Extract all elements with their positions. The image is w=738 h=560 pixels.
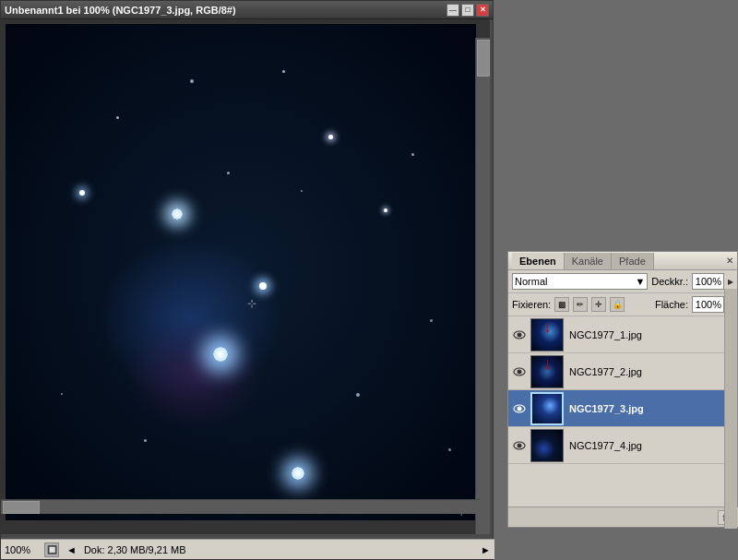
layer-item-active[interactable]: NGC1977_3.jpg ← [508, 390, 737, 427]
tab-kanaele[interactable]: Kanäle [565, 253, 612, 269]
tab-ebenen[interactable]: Ebenen [512, 253, 565, 269]
layer-item[interactable]: NGC1977_4.jpg [508, 427, 737, 464]
fix-lock-icon[interactable]: 🔒 [610, 297, 625, 312]
layers-panel-header: Ebenen Kanäle Pfade ✕ [508, 252, 737, 270]
layer-thumb-4 [530, 429, 564, 462]
blend-mode-row: Normal ▼ Deckkr.: 100% ▶ [508, 270, 737, 293]
maximize-button[interactable]: □ [461, 4, 474, 17]
area-label: Fläche: [655, 299, 688, 310]
zoom-level: 100% [5, 544, 37, 555]
svg-point-1 [518, 332, 522, 337]
layer-name-2: NGC1977_2.jpg [569, 366, 642, 377]
status-bar: 100% 🔲 ◄ Dok: 2,30 MB/9,21 MB ► [1, 539, 494, 559]
canvas-area: ⊹ © Stefan Seip [1, 19, 490, 534]
red-arrow-1: ↓ [543, 318, 552, 335]
layer-name-4: NGC1977_4.jpg [569, 440, 642, 451]
title-bar-buttons: — □ ✕ [446, 4, 489, 17]
layer-list: ↓ NGC1977_1.jpg ↓ NGC1977_2.jpg [508, 316, 737, 518]
blend-mode-dropdown[interactable]: Normal ▼ [512, 273, 648, 290]
right-panel-background [507, 0, 738, 251]
layer-thumb-3 [530, 392, 564, 425]
layer-item[interactable]: ↓ NGC1977_2.jpg [508, 353, 737, 390]
opacity-field[interactable]: 100% [692, 273, 724, 290]
opacity-arrow[interactable]: ▶ [728, 278, 733, 286]
vertical-scroll-thumb[interactable] [477, 40, 490, 77]
eye-icon-4[interactable] [512, 438, 527, 453]
eye-icon-2[interactable] [512, 364, 527, 379]
area-field[interactable]: 100% [692, 296, 724, 313]
svg-point-3 [518, 369, 522, 374]
horizontal-scroll-thumb[interactable] [3, 501, 40, 514]
fix-row: Fixieren: ▩ ✏ ✛ 🔒 Fläche: 100% ▶ [508, 293, 737, 316]
title-bar: Unbenannt1 bei 100% (NGC1977_3.jpg, RGB/… [1, 1, 493, 19]
blend-mode-arrow: ▼ [635, 276, 645, 287]
layer-name-1: NGC1977_1.jpg [569, 329, 642, 340]
layer-item[interactable]: ↓ NGC1977_1.jpg [508, 316, 737, 353]
nav-left[interactable]: ◄ [66, 544, 77, 555]
canvas-image[interactable]: ⊹ © Stefan Seip [6, 24, 476, 520]
layer-name-3: NGC1977_3.jpg [569, 403, 644, 414]
panel-scrollbar[interactable] [724, 289, 737, 529]
red-arrow-2: ↓ [543, 355, 552, 372]
vertical-scrollbar[interactable] [475, 38, 490, 534]
close-button[interactable]: ✕ [476, 4, 489, 17]
opacity-label: Deckkr.: [651, 276, 688, 287]
layers-tabs: Ebenen Kanäle Pfade [512, 253, 654, 269]
fix-label: Fixieren: [512, 299, 551, 310]
main-window: Unbenannt1 bei 100% (NGC1977_3.jpg, RGB/… [0, 0, 494, 560]
svg-point-5 [518, 406, 522, 411]
nav-right[interactable]: ► [481, 544, 491, 555]
nav-icon[interactable]: 🔲 [44, 542, 59, 557]
eye-icon-3[interactable] [512, 401, 527, 416]
eye-icon-1[interactable] [512, 328, 527, 342]
tab-pfade[interactable]: Pfade [612, 253, 654, 269]
panel-close-button[interactable]: ✕ [726, 256, 733, 266]
fix-move-icon[interactable]: ✛ [591, 297, 606, 312]
layers-panel: Ebenen Kanäle Pfade ✕ Normal ▼ Deckkr.: … [507, 251, 738, 528]
window-title: Unbenannt1 bei 100% (NGC1977_3.jpg, RGB/… [5, 5, 236, 16]
doc-info: Dok: 2,30 MB/9,21 MB [84, 544, 473, 555]
panel-bottom-bar: fx [508, 506, 738, 527]
fix-brush-icon[interactable]: ✏ [573, 297, 588, 312]
fix-transparency-icon[interactable]: ▩ [554, 297, 569, 312]
blend-mode-value: Normal [515, 276, 547, 287]
svg-point-7 [518, 443, 522, 447]
minimize-button[interactable]: — [446, 4, 459, 17]
horizontal-scrollbar[interactable] [1, 499, 480, 514]
